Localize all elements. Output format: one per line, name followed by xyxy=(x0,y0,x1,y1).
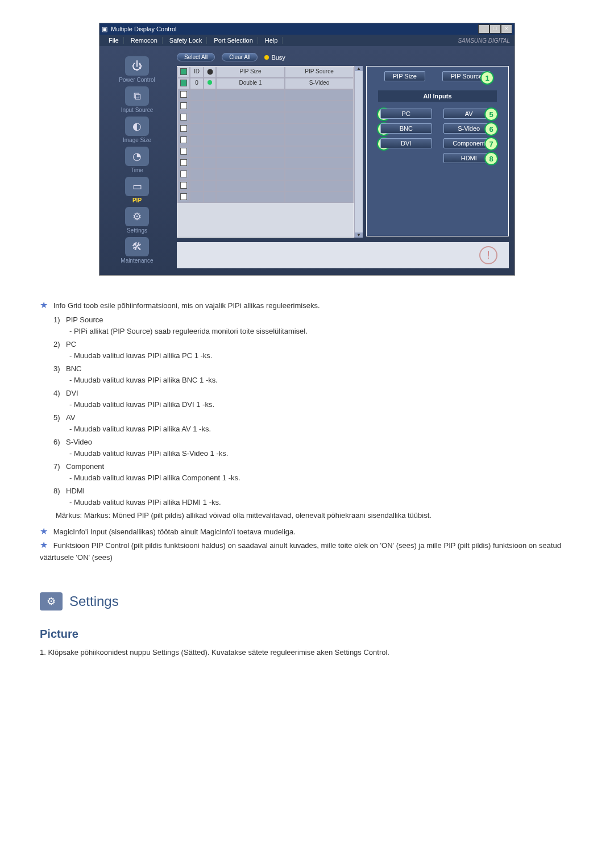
pip-icon: ▭ xyxy=(125,177,149,196)
sidebar-item-label: Time xyxy=(103,167,171,173)
cell-pip-source: S-Video xyxy=(285,78,354,89)
col-status-icon: ⬤ xyxy=(204,67,216,78)
list-item: 7)Component - Muudab valitud kuvas PIPi … xyxy=(53,461,574,483)
callout-6: 6 xyxy=(484,122,498,136)
menu-file[interactable]: File xyxy=(104,37,124,44)
table-row xyxy=(177,123,354,135)
list-item: 4)DVI - Muudab valitud kuvas PIPi allika… xyxy=(53,388,574,410)
row-checkbox[interactable] xyxy=(180,80,187,86)
brand-label: SAMSUNG DIGITAL xyxy=(285,38,510,44)
sidebar-item-label: Image Size xyxy=(103,137,171,143)
table-row xyxy=(177,157,354,169)
settings-heading-text: Settings xyxy=(69,591,119,612)
picture-step: 1. Klõpsake põhiikoonidest nuppu Setting… xyxy=(40,647,574,658)
sidebar-item-time[interactable]: ◔ Time xyxy=(103,146,171,173)
list-item: 8)HDMI - Muudab valitud kuvas PIPi allik… xyxy=(53,485,574,508)
menubar: File Remocon Safety Lock Port Selection … xyxy=(99,35,515,46)
col-pip-size: PIP Size xyxy=(216,67,285,78)
cell-pip-size: Double 1 xyxy=(216,78,285,89)
menu-safety-lock[interactable]: Safety Lock xyxy=(165,37,207,44)
all-inputs-label: All Inputs xyxy=(378,90,497,102)
callout-5: 5 xyxy=(484,107,498,121)
sidebar-item-input-source[interactable]: ⧉ Input Source xyxy=(103,85,171,113)
bnc-button[interactable]: BNC xyxy=(380,123,432,134)
doc-star3: Funktsioon PIP Control (pilt pildis funk… xyxy=(40,541,561,562)
list-item: 5)AV - Muudab valitud kuvas PIPi allika … xyxy=(53,412,574,434)
clear-all-button[interactable]: Clear All xyxy=(222,53,258,61)
maximize-button[interactable]: □ xyxy=(489,24,501,34)
callout-7: 7 xyxy=(484,137,498,151)
maintenance-icon: 🛠 xyxy=(125,237,149,256)
status-bar: ! xyxy=(177,242,509,268)
input-icon: ⧉ xyxy=(125,86,149,106)
menu-help[interactable]: Help xyxy=(260,37,283,44)
table-row xyxy=(177,101,354,112)
sidebar-item-image-size[interactable]: ◐ Image Size xyxy=(103,115,171,143)
dvi-button[interactable]: DVI xyxy=(380,138,432,148)
sidebar-item-label: Settings xyxy=(103,227,171,234)
grid-header: ID ⬤ PIP Size PIP Source xyxy=(177,67,354,78)
power-icon: ⏻ xyxy=(125,56,149,76)
sidebar-item-label: Power Control xyxy=(103,77,171,83)
markus-note: Märkus: Märkus: Mõned PIP (pilt pildis) … xyxy=(56,510,574,521)
callout-8: 8 xyxy=(484,152,498,165)
app-icon: ▣ xyxy=(102,26,107,33)
table-row xyxy=(177,146,354,157)
list-item: 6)S-Video - Muudab valitud kuvas PIPi al… xyxy=(53,437,574,459)
star-icon: ★ xyxy=(40,526,48,536)
select-all-button[interactable]: Select All xyxy=(177,53,215,61)
alert-icon: ! xyxy=(479,246,497,264)
close-button[interactable]: × xyxy=(501,24,512,34)
sidebar-item-pip[interactable]: ▭ PIP xyxy=(103,176,171,203)
sidebar: ⏻ Power Control ⧉ Input Source ◐ Image S… xyxy=(99,46,175,275)
scroll-down-icon[interactable]: ▼ xyxy=(355,232,363,238)
doc-intro: Info Grid toob esile põhiinformatsiooni,… xyxy=(53,301,320,310)
picture-heading: Picture xyxy=(40,625,574,642)
status-dot-icon xyxy=(208,80,212,85)
menu-remocon[interactable]: Remocon xyxy=(126,37,163,44)
busy-label: Busy xyxy=(271,54,285,61)
pip-size-tab[interactable]: PIP Size xyxy=(384,71,425,81)
table-row xyxy=(177,89,354,101)
table-row[interactable]: 0 Double 1 S-Video xyxy=(177,78,354,89)
busy-indicator: Busy xyxy=(264,54,285,61)
app-window: ▣ Multiple Display Control _ □ × File Re… xyxy=(99,23,515,276)
settings-section-icon: ⚙ xyxy=(40,592,63,610)
menu-port-selection[interactable]: Port Selection xyxy=(209,37,258,44)
sidebar-item-maintenance[interactable]: 🛠 Maintenance xyxy=(103,236,171,264)
list-item: 3)BNC - Muudab valitud kuvas PIPi allika… xyxy=(53,363,574,385)
busy-dot-icon xyxy=(264,55,269,60)
table-row xyxy=(177,112,354,123)
sidebar-item-settings[interactable]: ⚙ Settings xyxy=(103,206,171,234)
sidebar-item-power[interactable]: ⏻ Power Control xyxy=(103,55,171,83)
sidebar-item-label: PIP xyxy=(103,197,171,203)
callout-1: 1 xyxy=(480,71,494,85)
pip-source-panel: PIP Size PIP Source 1 All Inputs 2 PC xyxy=(366,66,509,236)
star-icon: ★ xyxy=(40,300,48,310)
sidebar-item-label: Input Source xyxy=(103,107,171,113)
titlebar: ▣ Multiple Display Control _ □ × xyxy=(99,23,515,35)
doc-star2: MagicInfo'i Input (sisendallikas) töötab… xyxy=(53,528,296,536)
cell-id: 0 xyxy=(190,78,204,89)
header-checkbox[interactable] xyxy=(180,68,187,75)
pc-button[interactable]: PC xyxy=(380,109,432,119)
table-row xyxy=(177,135,354,146)
image-size-icon: ◐ xyxy=(125,117,149,136)
window-title: Multiple Display Control xyxy=(111,26,475,32)
list-item: 2)PC - Muudab valitud kuvas PIPi allika … xyxy=(53,339,574,361)
numbered-list: 1)PIP Source - PIPi allikat (PIP Source)… xyxy=(40,314,574,508)
col-id: ID xyxy=(190,67,204,78)
toolbar: Select All Clear All Busy xyxy=(177,53,509,61)
grid-scrollbar[interactable]: ▲ ▼ xyxy=(354,66,363,238)
info-grid: ID ⬤ PIP Size PIP Source 0 Double 1 S-Vi… xyxy=(177,66,354,238)
table-row xyxy=(177,192,354,203)
scroll-up-icon[interactable]: ▲ xyxy=(355,66,363,71)
settings-heading: ⚙ Settings xyxy=(40,591,574,612)
sidebar-item-label: Maintenance xyxy=(103,258,171,264)
doc-body: ★ Info Grid toob esile põhiinformatsioon… xyxy=(40,298,574,658)
minimize-button[interactable]: _ xyxy=(478,24,489,34)
table-row xyxy=(177,180,354,192)
list-item: 1)PIP Source - PIPi allikat (PIP Source)… xyxy=(53,314,574,337)
table-row xyxy=(177,169,354,180)
time-icon: ◔ xyxy=(125,147,149,166)
